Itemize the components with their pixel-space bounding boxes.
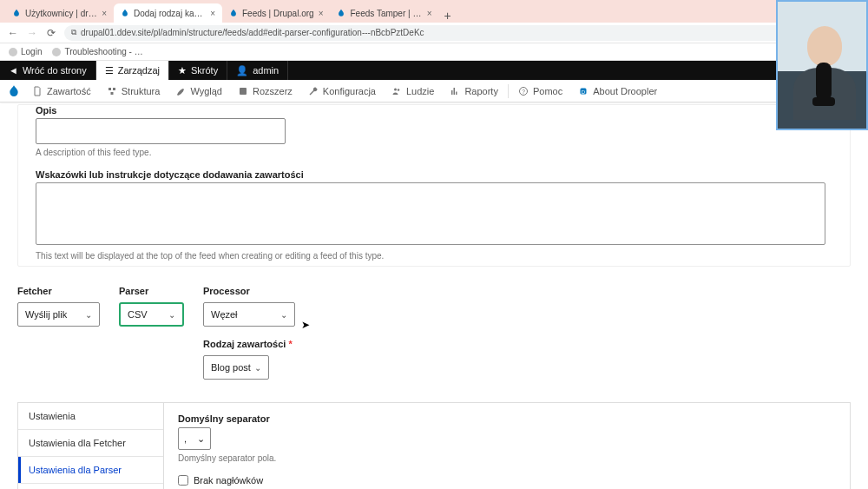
browser-tab[interactable]: Użytkownicy | droopler × (5, 3, 114, 23)
menu-content[interactable]: Zawartość (24, 80, 99, 102)
url-input[interactable]: ⧉ drupal01.ddev.site/pl/admin/structure/… (64, 25, 861, 41)
menu-people[interactable]: Ludzie (384, 80, 442, 102)
tree-icon (107, 86, 117, 96)
opis-description: A description of this feed type. (36, 148, 850, 157)
chevron-down-icon: ⌄ (85, 310, 92, 320)
hints-label: Wskazówki lub instrukcje dotyczące dodaw… (36, 169, 850, 180)
people-icon (391, 86, 402, 96)
back-to-site-button[interactable]: ◄Wróć do strony (0, 61, 96, 80)
svg-point-2 (398, 89, 400, 91)
content-type-label: Rodzaj zawartości * (203, 339, 295, 349)
close-icon[interactable]: × (319, 9, 324, 18)
menu-about-droopler[interactable]: DAbout Droopler (570, 80, 665, 102)
menu-appearance[interactable]: Wygląd (168, 80, 230, 102)
vtabs-list: Ustawienia Ustawienia dla Fetcher Ustawi… (17, 402, 163, 489)
drupal-favicon-icon (229, 9, 238, 17)
no-headers-checkbox[interactable] (178, 475, 188, 486)
reload-icon[interactable]: ⟳ (45, 27, 57, 39)
chevron-down-icon: ⌄ (197, 433, 205, 445)
parser-label: Parser (119, 286, 184, 296)
fetcher-label: Fetcher (17, 286, 100, 296)
opis-input[interactable] (36, 118, 286, 144)
forward-icon[interactable]: → (26, 27, 38, 39)
content-type-select[interactable]: Blog post⌄ (203, 355, 269, 380)
svg-text:D: D (582, 89, 586, 94)
chevron-down-icon: ⌄ (280, 310, 287, 320)
star-icon: ★ (178, 65, 187, 76)
wrench-icon (308, 86, 319, 96)
chevron-down-icon: ⌄ (168, 310, 175, 320)
menu-config[interactable]: Konfiguracja (300, 80, 384, 102)
processor-label: Processor (203, 286, 295, 296)
file-icon (32, 86, 43, 96)
arrow-left-icon: ◄ (9, 65, 18, 76)
processor-select[interactable]: Węzeł⌄ (203, 302, 295, 327)
parser-select[interactable]: CSV⌄ (119, 302, 184, 327)
shortcuts-button[interactable]: ★Skróty (169, 61, 227, 80)
vtab-parser[interactable]: Ustawienia dla Parser (18, 457, 163, 484)
drupal-favicon-icon (12, 9, 21, 17)
brush-icon (175, 86, 186, 96)
hamburger-icon: ☰ (105, 65, 114, 76)
bookmark-login[interactable]: Login (9, 47, 42, 56)
menu-reports[interactable]: Raporty (442, 80, 506, 102)
fetcher-select[interactable]: Wyślij plik⌄ (17, 302, 100, 327)
admin-toolbar: ◄Wróć do strony ☰Zarządzaj ★Skróty 👤admi… (0, 61, 868, 80)
new-tab-button[interactable]: + (438, 9, 456, 23)
svg-text:?: ? (522, 88, 525, 94)
parser-settings-pane: Domyślny separator ,⌄ Domyślny separator… (163, 402, 851, 489)
menu-help[interactable]: ?Pomoc (510, 80, 570, 102)
required-star-icon: * (288, 339, 292, 349)
close-icon[interactable]: × (427, 9, 432, 18)
browser-tab[interactable]: Feeds Tamper | Drupal.org × (330, 3, 438, 23)
plugin-selects-row: Fetcher Wyślij plik⌄ Parser CSV⌄ Process… (17, 286, 851, 380)
globe-icon (9, 48, 17, 56)
vertical-tabs: Ustawienia Ustawienia dla Fetcher Ustawi… (17, 402, 851, 489)
hints-description: This text will be displayed at the top o… (36, 251, 850, 261)
bookmarks-bar: Login Troubleshooting - … (0, 43, 868, 61)
chart-icon (450, 86, 460, 96)
drupal-logo-icon[interactable] (3, 84, 24, 98)
site-info-icon[interactable]: ⧉ (71, 28, 76, 37)
chevron-down-icon: ⌄ (254, 363, 261, 373)
globe-icon (52, 48, 61, 56)
admin-menu: Zawartość Struktura Wygląd Rozszerz Konf… (0, 80, 868, 102)
hints-textarea[interactable] (36, 182, 825, 245)
vtab-processor[interactable]: Ustawienia dla Processor (18, 484, 163, 489)
opis-label: Opis (36, 105, 850, 116)
close-icon[interactable]: × (210, 9, 215, 18)
menu-structure[interactable]: Struktura (99, 80, 168, 102)
puzzle-icon (238, 86, 248, 96)
bookmark-troubleshooting[interactable]: Troubleshooting - … (52, 47, 142, 56)
separator-description: Domyślny separator pola. (178, 453, 836, 463)
browser-address-bar: ← → ⟳ ⧉ drupal01.ddev.site/pl/admin/stru… (0, 23, 868, 43)
svg-point-1 (394, 88, 397, 90)
page-content: Opis A description of this feed type. Ws… (0, 102, 868, 489)
user-menu-button[interactable]: 👤admin (227, 61, 288, 80)
droopler-icon: D (578, 86, 589, 96)
browser-tabbar: Użytkownicy | droopler × Dodaj rodzaj ka… (0, 0, 868, 23)
close-icon[interactable]: × (102, 9, 107, 18)
separator-label: Domyślny separator (178, 413, 836, 424)
vtab-fetcher[interactable]: Ustawienia dla Fetcher (18, 430, 163, 457)
vtab-settings[interactable]: Ustawienia (18, 403, 163, 430)
user-icon: 👤 (236, 65, 248, 76)
drupal-favicon-icon (337, 9, 345, 17)
svg-rect-0 (240, 88, 247, 95)
browser-tab-active[interactable]: Dodaj rodzaj kanału | droopl… × (114, 3, 222, 23)
browser-tab[interactable]: Feeds | Drupal.org × (222, 3, 330, 23)
back-icon[interactable]: ← (7, 27, 19, 39)
webcam-overlay (776, 0, 868, 130)
help-icon: ? (518, 86, 529, 96)
no-headers-label: Brak nagłówków (194, 475, 263, 486)
drupal-favicon-icon (121, 9, 129, 17)
menu-extend[interactable]: Rozszerz (230, 80, 300, 102)
manage-button[interactable]: ☰Zarządzaj (96, 61, 169, 80)
separator-select[interactable]: ,⌄ (178, 427, 211, 450)
